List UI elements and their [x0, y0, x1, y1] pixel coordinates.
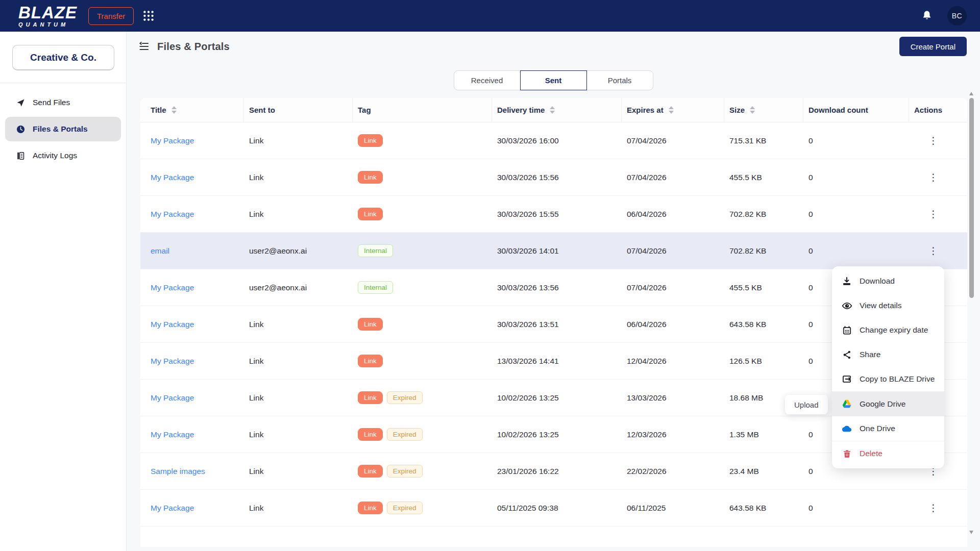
cell-delivery-time: 30/03/2026 13:51: [492, 320, 622, 329]
row-actions-menu-button[interactable]: ⋮: [923, 135, 943, 146]
menu-item-one-drive[interactable]: One Drive: [832, 416, 944, 441]
menu-item-download[interactable]: Download: [832, 269, 944, 293]
tab-received[interactable]: Received: [454, 70, 521, 90]
sidebar-item-files-portals[interactable]: Files & Portals: [5, 117, 121, 141]
menu-item-view-details[interactable]: View details: [832, 293, 944, 318]
user-avatar[interactable]: BC: [947, 6, 967, 26]
collapse-sidebar-icon[interactable]: [138, 40, 150, 53]
apps-grid-icon[interactable]: [142, 9, 155, 22]
cell-delivery-time: 05/11/2025 09:38: [492, 504, 622, 513]
cell-title: Sample images: [145, 467, 244, 476]
menu-item-label: Google Drive: [860, 399, 905, 409]
column-header-download-count: Download count: [803, 98, 909, 122]
cell-delivery-time: 23/01/2026 16:22: [492, 467, 622, 476]
row-actions-menu-button[interactable]: ⋮: [923, 245, 943, 257]
tag-badge-expired: Expired: [387, 502, 423, 515]
cell-title: My Package: [145, 430, 244, 439]
tab-sent[interactable]: Sent: [520, 70, 587, 90]
cell-size: 643.58 KB: [724, 320, 803, 329]
cell-tag: Link: [353, 355, 492, 368]
column-label: Actions: [914, 106, 942, 114]
cell-title: My Package: [145, 283, 244, 292]
upload-tooltip: Upload: [785, 395, 828, 414]
column-header-tag: Tag: [353, 98, 492, 122]
column-header-size[interactable]: Size: [724, 98, 803, 122]
package-title-link[interactable]: My Package: [151, 430, 194, 439]
cell-tag: Link: [353, 134, 492, 147]
upload-tooltip-label: Upload: [794, 400, 819, 409]
package-title-link[interactable]: Sample images: [151, 467, 205, 476]
google-drive-icon: [841, 399, 852, 409]
cell-size: 702.82 KB: [724, 210, 803, 219]
tag-badge-expired: Expired: [387, 391, 423, 405]
scrollbar-up-arrow[interactable]: [969, 92, 973, 95]
scrollbar-down-arrow[interactable]: [969, 531, 973, 534]
package-title-link[interactable]: My Package: [151, 210, 194, 219]
menu-item-change-expiry-date[interactable]: Change expiry date: [832, 318, 944, 342]
sidebar-item-label: Activity Logs: [33, 151, 77, 160]
tag-badge-link: Link: [358, 134, 383, 147]
cell-delivery-time: 30/03/2026 14:01: [492, 246, 622, 256]
cell-sent-to: Link: [244, 173, 353, 182]
menu-item-google-drive[interactable]: Google Drive: [832, 392, 944, 416]
package-title-link[interactable]: My Package: [151, 173, 194, 182]
tag-badge-link: Link: [358, 171, 383, 184]
menu-item-share[interactable]: Share: [832, 342, 944, 367]
vertical-scrollbar-thumb[interactable]: [969, 98, 974, 298]
cell-actions: ⋮: [909, 135, 962, 146]
menu-item-copy-to-blaze-drive[interactable]: Copy to BLAZE Drive: [832, 367, 944, 391]
sidebar: Creative & Co. Send FilesFiles & Portals…: [0, 32, 127, 551]
cell-title: My Package: [145, 320, 244, 329]
tab-portals[interactable]: Portals: [586, 70, 653, 90]
cell-tag: Link: [353, 208, 492, 221]
company-selector-button[interactable]: Creative & Co.: [12, 45, 114, 70]
sort-icon[interactable]: [550, 106, 555, 114]
menu-item-label: Share: [860, 350, 880, 359]
transfer-button[interactable]: Transfer: [88, 7, 134, 25]
cell-actions: ⋮: [909, 502, 962, 514]
notifications-bell-icon[interactable]: [921, 10, 933, 22]
menu-item-delete[interactable]: Delete: [832, 441, 944, 466]
create-portal-button[interactable]: Create Portal: [899, 37, 967, 56]
sort-icon[interactable]: [172, 106, 177, 114]
calendar-icon: [841, 325, 852, 335]
tabs-group: ReceivedSentPortals: [127, 70, 980, 90]
column-header-expires-at[interactable]: Expires at: [622, 98, 724, 122]
cell-download-count: 0: [803, 173, 909, 182]
menu-item-label: Change expiry date: [860, 325, 928, 335]
row-actions-menu-button[interactable]: ⋮: [923, 171, 943, 183]
cell-size: 1.35 MB: [724, 430, 803, 439]
package-title-link[interactable]: My Package: [151, 393, 194, 403]
tag-badge-expired: Expired: [387, 465, 423, 478]
column-header-delivery-time[interactable]: Delivery time: [492, 98, 622, 122]
table-row: My PackageLinkLinkExpired05/11/2025 09:3…: [140, 490, 967, 527]
row-actions-menu-button[interactable]: ⋮: [923, 502, 943, 514]
sidebar-item-activity-logs[interactable]: Activity Logs: [5, 143, 121, 168]
share-icon: [841, 350, 852, 360]
package-title-link[interactable]: My Package: [151, 283, 194, 292]
tag-badge-expired: Expired: [387, 428, 423, 441]
package-title-link[interactable]: My Package: [151, 136, 194, 145]
row-actions-menu-button[interactable]: ⋮: [923, 208, 943, 220]
cell-expires-at: 22/02/2026: [622, 467, 724, 476]
cell-actions: ⋮: [909, 245, 962, 257]
copy-to-drive-icon: [841, 374, 852, 384]
column-header-title[interactable]: Title: [145, 98, 244, 122]
package-title-link[interactable]: email: [151, 246, 169, 256]
cell-size: 126.5 KB: [724, 357, 803, 366]
cell-title: My Package: [145, 357, 244, 366]
package-title-link[interactable]: My Package: [151, 357, 194, 366]
tag-badge-link: Link: [358, 318, 383, 331]
cell-actions: ⋮: [909, 208, 962, 220]
cell-title: My Package: [145, 210, 244, 219]
cell-sent-to: Link: [244, 136, 353, 145]
app-logo: BLAZE QUANTUM: [18, 4, 77, 28]
page-title: Files & Portals: [157, 41, 230, 53]
cell-tag: LinkExpired: [353, 428, 492, 441]
sort-icon[interactable]: [750, 106, 755, 114]
sort-icon[interactable]: [669, 106, 674, 114]
logo-title: BLAZE: [18, 4, 77, 21]
package-title-link[interactable]: My Package: [151, 504, 194, 513]
package-title-link[interactable]: My Package: [151, 320, 194, 329]
sidebar-item-send-files[interactable]: Send Files: [5, 90, 121, 115]
